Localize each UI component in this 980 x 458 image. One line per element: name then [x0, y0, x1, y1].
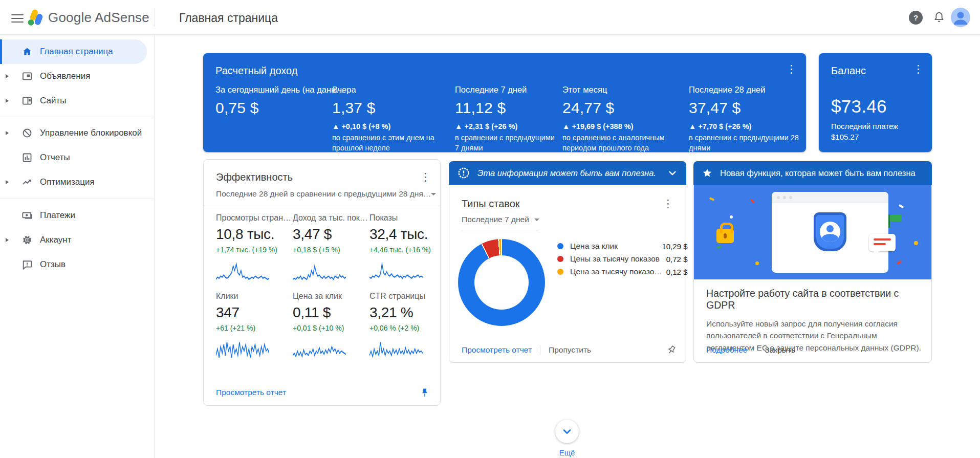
- more-options-icon[interactable]: ⋮: [420, 171, 431, 182]
- balance-value: $73.46: [831, 96, 887, 117]
- sidebar-item-label: Объявления: [40, 71, 90, 81]
- metric-delta: +1,74 тыс. (+19 %): [216, 246, 293, 254]
- sidebar-item-blocking[interactable]: Управление блокировкой: [0, 121, 155, 145]
- ads-icon: [21, 71, 33, 82]
- earnings-column-28days: Последние 28 дней 37,47 $ ▲ +7,70 $ (+26…: [689, 85, 799, 153]
- period-selector[interactable]: Последние 28 дней в сравнении с предыдущ…: [204, 183, 440, 206]
- legend-item: Цена за тысячу показо… 0,12 $: [557, 267, 687, 276]
- insight-banner[interactable]: Эта информация может быть вам полезна.: [449, 161, 686, 185]
- sites-icon: [21, 95, 33, 106]
- more-options-icon[interactable]: ⋮: [663, 198, 673, 209]
- feedback-icon: [21, 259, 33, 270]
- last-payment: Последний платеж $105.27: [831, 121, 898, 142]
- card-title: Расчетный доход: [215, 65, 297, 77]
- pin-icon[interactable]: [666, 344, 677, 356]
- dismiss-button[interactable]: Закрыть: [765, 345, 795, 355]
- expand-arrow-icon: [6, 74, 9, 78]
- help-icon[interactable]: ?: [909, 11, 923, 25]
- estimated-earnings-card: Расчетный доход ⋮ За сегодняшний день (н…: [203, 53, 806, 152]
- sidebar-item-label: Платежи: [40, 210, 75, 221]
- card-title: Баланс: [831, 65, 866, 77]
- earnings-note: в сравнении с предыдущими 7 днями: [455, 133, 557, 153]
- metric-label: Доход за тыс. пок…: [293, 213, 369, 223]
- learn-more-button[interactable]: Подробнее: [706, 345, 747, 355]
- view-report-link[interactable]: Просмотреть отчет: [462, 345, 532, 355]
- view-report-link[interactable]: Просмотреть отчет: [216, 388, 286, 397]
- flag-graphic: [890, 214, 902, 222]
- period-label: Последние 7 дней: [462, 215, 529, 224]
- period-selector[interactable]: Последние 7 дней: [462, 215, 539, 230]
- metric-value: 10,8 тыс.: [216, 226, 293, 243]
- topbar-divider: [155, 8, 155, 27]
- sidebar-item-feedback[interactable]: Отзыв: [0, 252, 155, 277]
- sparklines-row-2: [204, 332, 440, 365]
- chevron-down-icon: [431, 193, 436, 195]
- reports-icon: [21, 152, 33, 163]
- sidebar-item-optimization[interactable]: Оптимизация: [0, 170, 155, 194]
- insight-banner-text: Эта информация может быть вам полезна.: [477, 168, 667, 178]
- sidebar-item-home[interactable]: Главная страница: [0, 39, 147, 64]
- sidebar-item-account[interactable]: Аккаунт: [0, 228, 155, 252]
- gdpr-illustration: [694, 185, 931, 279]
- avatar[interactable]: [951, 8, 970, 27]
- card-title: Эффективность: [216, 171, 293, 183]
- legend-dot: [557, 243, 563, 249]
- legend-dot: [557, 256, 563, 262]
- pin-icon[interactable]: [420, 387, 430, 398]
- privacy-shield-graphic: [814, 212, 846, 251]
- metric-label: CTR страницы: [369, 292, 429, 301]
- vertical-divider: [540, 345, 540, 355]
- earnings-note: по сравнению с этим днем на прошлой неде…: [332, 133, 449, 153]
- more-options-icon[interactable]: ⋮: [913, 63, 924, 74]
- earnings-label: Последние 7 дней: [455, 85, 557, 95]
- gear-icon: [21, 234, 33, 246]
- earnings-column-yesterday: Вчера 1,37 $ ▲ +0,10 $ (+8 %) по сравнен…: [332, 85, 449, 153]
- payments-icon: [21, 210, 33, 221]
- earnings-value: 37,47 $: [689, 99, 799, 117]
- expand-arrow-icon: [6, 99, 9, 103]
- earnings-delta: ▲ +2,31 $ (+26 %): [455, 122, 557, 130]
- sidebar-item-reports[interactable]: Отчеты: [0, 145, 155, 170]
- sidebar-item-ads[interactable]: Объявления: [0, 64, 155, 89]
- sidebar-item-label: Отчеты: [40, 152, 70, 163]
- padlock-graphic: [716, 229, 734, 243]
- notifications-icon[interactable]: [932, 11, 946, 24]
- feature-banner: Новая функция, которая может быть вам по…: [693, 161, 932, 185]
- earnings-value: 11,12 $: [455, 99, 557, 117]
- chevron-down-icon[interactable]: [667, 167, 678, 179]
- browser-window-graphic: [772, 192, 888, 273]
- legend-label: Цена за тысячу показо…: [570, 267, 662, 276]
- metric-value: 347: [216, 304, 293, 321]
- more-options-icon[interactable]: ⋮: [786, 63, 797, 74]
- adsense-app: Google AdSense Главная страница ? Глав: [0, 0, 980, 458]
- star-icon: [702, 167, 713, 179]
- metrics-row-1: Просмотры стран… 10,8 тыс. +1,74 тыс. (+…: [204, 206, 440, 254]
- menu-icon[interactable]: [11, 12, 24, 23]
- sidebar-divider: [0, 117, 155, 117]
- metric-cpc: Цена за клик 0,11 $ +0,01 $ (+10 %): [293, 292, 369, 332]
- legend-item: Цены за тысячу показов 0,72 $: [557, 254, 687, 264]
- adsense-logo-icon[interactable]: [27, 9, 44, 26]
- skip-button[interactable]: Пропустить: [549, 345, 591, 355]
- metric-clicks: Клики 347 +61 (+21 %): [216, 292, 293, 332]
- bid-types-card: Эта информация может быть вам полезна. Т…: [449, 161, 686, 363]
- expand-arrow-icon: [6, 131, 9, 135]
- metric-value: 3,21 %: [369, 304, 429, 321]
- chevron-down-icon: [561, 425, 573, 438]
- metric-value: 3,47 $: [293, 226, 369, 243]
- sidebar: Главная страница Объявления Сайты: [0, 35, 155, 458]
- show-more-button[interactable]: [555, 420, 579, 443]
- sidebar-item-sites[interactable]: Сайты: [0, 89, 155, 113]
- earnings-label: Этот месяц: [562, 85, 684, 95]
- metric-value: 0,11 $: [293, 304, 369, 321]
- sidebar-item-payments[interactable]: Платежи: [0, 203, 155, 228]
- expand-arrow-icon: [6, 180, 9, 184]
- donut-hole: [474, 255, 529, 310]
- last-payment-label: Последний платеж: [831, 121, 898, 132]
- home-icon: [21, 46, 33, 57]
- block-icon: [21, 127, 33, 139]
- show-more-label[interactable]: Ещё: [543, 448, 591, 457]
- sidebar-item-label: Аккаунт: [40, 235, 72, 245]
- consent-message-graphic: [869, 234, 896, 251]
- metric-delta: +0,01 $ (+10 %): [293, 324, 369, 332]
